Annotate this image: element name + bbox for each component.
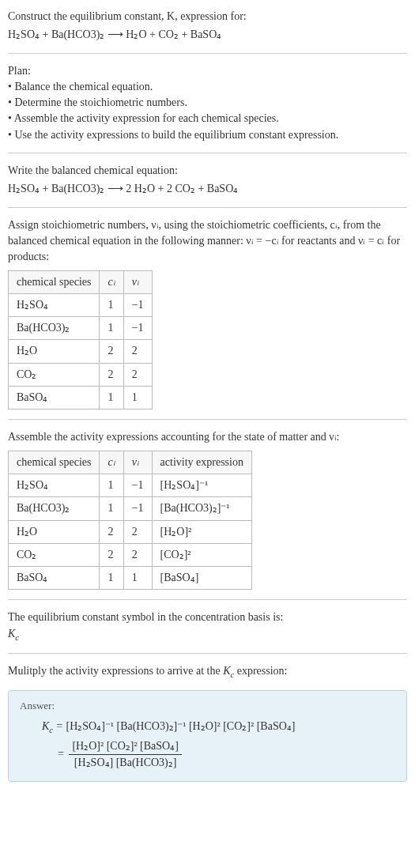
cell-vi: 1 [123,567,152,590]
answer-expr-flat: [H₂SO₄]⁻¹ [Ba(HCO3)₂]⁻¹ [H₂O]² [CO₂]² [B… [66,720,295,732]
col-vi: νᵢ [123,451,152,474]
table-header-row: chemical species cᵢ νᵢ activity expressi… [9,451,252,474]
table-row: H₂O 2 2 [H₂O]² [9,520,252,543]
stoich-block: Assign stoichiometric numbers, νᵢ, using… [8,217,407,410]
divider [8,153,407,153]
col-activity: activity expression [152,451,251,474]
cell-species: CO₂ [9,363,100,386]
divider [8,419,407,420]
col-species: chemical species [9,451,100,474]
col-ci: cᵢ [100,451,123,474]
cell-vi: −1 [123,474,152,496]
intro-block: Construct the equilibrium constant, K, e… [8,9,407,43]
table-row: H₂O 2 2 [9,340,153,363]
balanced-heading: Write the balanced chemical equation: [8,163,407,179]
kc-equals: Kc = [42,720,66,732]
cell-vi: 2 [123,520,152,543]
cell-activity: [H₂O]² [152,520,251,543]
table-header-row: chemical species cᵢ νᵢ [9,270,153,293]
activity-intro: Assemble the activity expressions accoun… [8,429,407,445]
cell-ci: 1 [100,474,123,496]
divider [8,53,407,54]
plan-item: • Balance the chemical equation. [8,79,407,95]
answer-line2: = [H₂O]² [CO₂]² [BaSO₄] [H₂SO₄] [Ba(HCO3… [20,738,395,772]
answer-box: Answer: Kc = [H₂SO₄]⁻¹ [Ba(HCO3)₂]⁻¹ [H₂… [8,690,407,782]
multiply-block: Mulitply the activity expressions to arr… [8,663,407,681]
table-row: CO₂ 2 2 [9,363,153,386]
plan-block: Plan: • Balance the chemical equation. •… [8,63,407,143]
cell-vi: 2 [123,543,152,566]
divider [8,653,407,654]
col-species: chemical species [9,270,100,293]
cell-vi: 1 [123,387,152,409]
equals-sign: = [58,748,66,760]
table-row: Ba(HCO3)₂ 1 −1 [9,317,153,340]
table-row: BaSO₄ 1 1 [9,387,153,409]
cell-species: Ba(HCO3)₂ [9,497,100,520]
cell-vi: −1 [123,293,152,316]
plan-heading: Plan: [8,63,407,79]
activity-block: Assemble the activity expressions accoun… [8,429,407,590]
table-row: H₂SO₄ 1 −1 [9,293,153,316]
col-vi: νᵢ [123,270,152,293]
answer-fraction: [H₂O]² [CO₂]² [BaSO₄] [H₂SO₄] [Ba(HCO3)₂… [69,738,181,772]
kc-symbol-line: The equilibrium constant symbol in the c… [8,609,407,625]
kc-symbol-block: The equilibrium constant symbol in the c… [8,609,407,643]
cell-species: BaSO₄ [9,567,100,590]
stoich-intro: Assign stoichiometric numbers, νᵢ, using… [8,217,407,266]
plan-item: • Use the activity expressions to build … [8,127,407,143]
cell-activity: [H₂SO₄]⁻¹ [152,474,251,496]
col-ci: cᵢ [100,270,123,293]
divider [8,207,407,208]
fraction-numerator: [H₂O]² [CO₂]² [BaSO₄] [69,738,181,755]
cell-vi: 2 [123,363,152,386]
kc-symbol: Kc [8,626,407,643]
balanced-equation: H₂SO₄ + Ba(HCO3)₂ ⟶ 2 H₂O + 2 CO₂ + BaSO… [8,181,407,197]
cell-ci: 1 [100,497,123,520]
cell-species: BaSO₄ [9,387,100,409]
cell-vi: −1 [123,497,152,520]
cell-ci: 1 [100,387,123,409]
answer-line1: Kc = [H₂SO₄]⁻¹ [Ba(HCO3)₂]⁻¹ [H₂O]² [CO₂… [20,719,395,736]
cell-ci: 1 [100,293,123,316]
cell-vi: −1 [123,317,152,340]
activity-table: chemical species cᵢ νᵢ activity expressi… [8,451,252,591]
cell-species: H₂SO₄ [9,474,100,496]
table-row: Ba(HCO3)₂ 1 −1 [Ba(HCO3)₂]⁻¹ [9,497,252,520]
cell-species: H₂O [9,340,100,363]
cell-vi: 2 [123,340,152,363]
stoich-table: chemical species cᵢ νᵢ H₂SO₄ 1 −1 Ba(HCO… [8,270,153,410]
cell-ci: 1 [100,317,123,340]
plan-item: • Determine the stoichiometric numbers. [8,95,407,111]
divider [8,599,407,600]
cell-species: CO₂ [9,543,100,566]
cell-ci: 2 [100,363,123,386]
fraction-denominator: [H₂SO₄] [Ba(HCO3)₂] [69,755,181,771]
table-row: CO₂ 2 2 [CO₂]² [9,543,252,566]
table-row: BaSO₄ 1 1 [BaSO₄] [9,567,252,590]
cell-ci: 2 [100,340,123,363]
answer-label: Answer: [20,699,395,714]
plan-item: • Assemble the activity expression for e… [8,111,407,126]
cell-ci: 1 [100,567,123,590]
intro-line1: Construct the equilibrium constant, K, e… [8,9,407,25]
cell-activity: [CO₂]² [152,543,251,566]
cell-species: H₂O [9,520,100,543]
table-row: H₂SO₄ 1 −1 [H₂SO₄]⁻¹ [9,474,252,496]
cell-activity: [Ba(HCO3)₂]⁻¹ [152,497,251,520]
cell-species: H₂SO₄ [9,293,100,316]
unbalanced-equation: H₂SO₄ + Ba(HCO3)₂ ⟶ H₂O + CO₂ + BaSO₄ [8,27,407,43]
multiply-line: Mulitply the activity expressions to arr… [8,665,287,677]
cell-ci: 2 [100,520,123,543]
cell-activity: [BaSO₄] [152,567,251,590]
cell-ci: 2 [100,543,123,566]
balanced-block: Write the balanced chemical equation: H₂… [8,163,407,198]
cell-species: Ba(HCO3)₂ [9,317,100,340]
